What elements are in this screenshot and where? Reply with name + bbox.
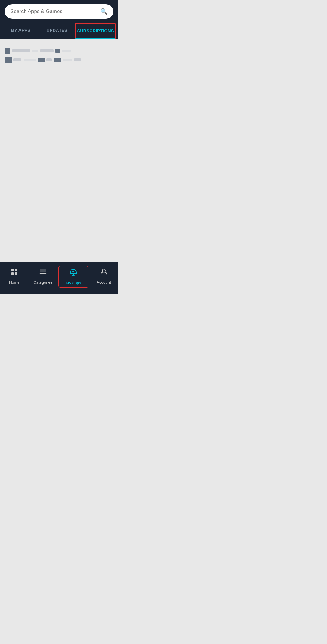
blur-block (55, 49, 60, 53)
blur-block (40, 49, 54, 52)
account-icon (100, 268, 108, 278)
blur-block (38, 58, 45, 62)
blur-block (54, 58, 61, 62)
nav-label-my-apps: My Apps (66, 281, 81, 285)
nav-label-account: Account (97, 280, 111, 285)
blur-block (13, 58, 21, 61)
blur-block (74, 58, 81, 61)
tabs-bar: MY APPS UPDATES SUBSCRIPTIONS (0, 23, 118, 39)
my-apps-icon (69, 268, 78, 279)
svg-point-9 (102, 269, 105, 272)
search-icon: 🔍 (100, 8, 108, 15)
nav-item-my-apps[interactable]: My Apps (58, 266, 88, 288)
nav-label-home: Home (9, 280, 20, 285)
svg-rect-0 (11, 269, 14, 271)
svg-rect-1 (15, 269, 17, 271)
nav-item-categories[interactable]: Categories (29, 266, 58, 288)
blur-block (62, 50, 71, 52)
blur-block (5, 48, 10, 54)
content-area (0, 39, 118, 262)
svg-rect-3 (15, 272, 17, 275)
svg-rect-2 (11, 272, 14, 275)
home-icon (10, 268, 18, 278)
tab-subscriptions[interactable]: SUBSCRIPTIONS (75, 23, 116, 39)
tab-updates[interactable]: UPDATES (39, 23, 75, 39)
categories-icon (39, 268, 47, 278)
blur-line-1 (5, 48, 113, 54)
blur-line-2 (5, 57, 113, 63)
bottom-nav: Home Categories My Apps (0, 262, 118, 294)
blurred-content (5, 48, 113, 63)
nav-item-home[interactable]: Home (0, 266, 29, 288)
blur-block (12, 49, 30, 52)
nav-item-account[interactable]: Account (90, 266, 118, 288)
blur-block (63, 59, 72, 61)
header: 🔍 (0, 0, 118, 23)
tab-my-apps[interactable]: MY APPS (2, 23, 39, 39)
blur-block (5, 57, 12, 63)
blur-block (46, 58, 52, 61)
blur-block (24, 59, 36, 61)
search-bar[interactable]: 🔍 (5, 4, 113, 19)
nav-label-categories: Categories (33, 280, 52, 285)
search-input[interactable] (10, 8, 97, 15)
blur-block (32, 50, 38, 52)
